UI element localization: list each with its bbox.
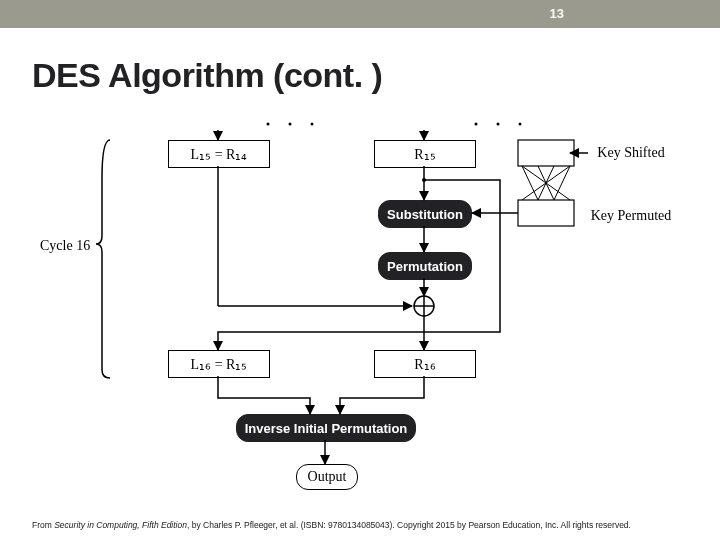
svg-line-23 xyxy=(538,166,554,200)
footer-citation: From Security in Computing, Fifth Editio… xyxy=(32,520,700,530)
footer-prefix: From xyxy=(32,520,54,530)
slide-title: DES Algorithm (cont. ) xyxy=(32,56,382,95)
svg-point-17 xyxy=(422,178,426,182)
permutation-box: Permutation xyxy=(378,252,472,280)
svg-line-24 xyxy=(522,166,538,200)
l16-box: L₁₆ = R₁₅ xyxy=(168,350,270,378)
svg-line-22 xyxy=(538,166,554,200)
key-permuted-label: Key Permuted xyxy=(585,203,677,229)
page-number: 13 xyxy=(550,6,564,21)
svg-point-3 xyxy=(475,123,478,126)
svg-line-25 xyxy=(554,166,570,200)
svg-point-2 xyxy=(311,123,314,126)
svg-point-11 xyxy=(414,296,434,316)
r16-box: R₁₆ xyxy=(374,350,476,378)
substitution-box: Substitution xyxy=(378,200,472,228)
r15-box: R₁₅ xyxy=(374,140,476,168)
svg-point-4 xyxy=(497,123,500,126)
inverse-perm-box: Inverse Initial Permutation xyxy=(236,414,416,442)
svg-line-20 xyxy=(522,166,570,200)
svg-rect-26 xyxy=(518,200,574,226)
des-diagram: Cycle 16 L₁₅ = R₁₄ R₁₅ Key Shifted Key P… xyxy=(40,118,680,498)
svg-point-0 xyxy=(267,123,270,126)
key-shifted-label: Key Shifted xyxy=(588,140,674,166)
l15-box: L₁₅ = R₁₄ xyxy=(168,140,270,168)
cycle-label: Cycle 16 xyxy=(40,238,90,254)
header-bar: 13 xyxy=(0,0,720,28)
svg-point-1 xyxy=(289,123,292,126)
footer-book: Security in Computing, Fifth Edition xyxy=(54,520,187,530)
svg-line-21 xyxy=(522,166,570,200)
footer-rest: , by Charles P. Pfleeger, et al. (ISBN: … xyxy=(187,520,631,530)
svg-point-5 xyxy=(519,123,522,126)
output-box: Output xyxy=(296,464,358,490)
svg-rect-19 xyxy=(518,140,574,166)
